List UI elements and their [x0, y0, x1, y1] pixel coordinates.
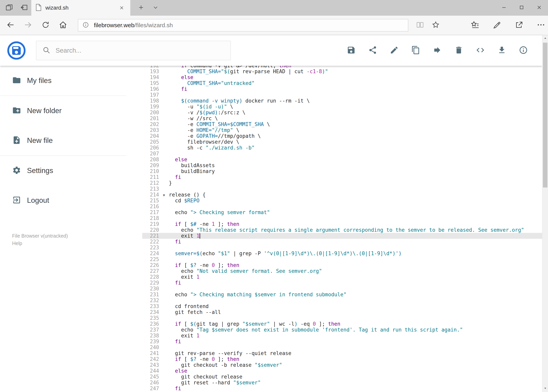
- source-code-button[interactable]: [476, 46, 485, 55]
- reading-view-button[interactable]: [413, 18, 427, 32]
- code-line[interactable]: 206 sh -c "./wizard.sh -b": [126, 145, 542, 151]
- refresh-button[interactable]: [39, 18, 53, 32]
- sidebar-item-settings[interactable]: Settings: [0, 156, 126, 186]
- code-line[interactable]: 217 echo "> Checking semver format": [126, 210, 542, 215]
- add-favorite-button[interactable]: [429, 18, 443, 32]
- sidebar-item-logout[interactable]: Logout: [0, 186, 126, 215]
- code-line[interactable]: 212}: [126, 180, 542, 186]
- address-bar[interactable]: filebrowser.web/files/wizard.sh: [78, 19, 408, 32]
- code-line[interactable]: 195 COMMIT_SHA="untracked": [126, 80, 542, 86]
- code-line[interactable]: 228 exit 1: [126, 274, 542, 280]
- rename-button[interactable]: [389, 46, 399, 55]
- code-line[interactable]: 221 exit 1: [126, 233, 542, 239]
- back-button[interactable]: [4, 18, 18, 32]
- home-button[interactable]: [56, 18, 70, 32]
- move-button[interactable]: [433, 46, 442, 55]
- code-line[interactable]: 194 else: [126, 74, 542, 80]
- code-line[interactable]: 232: [126, 297, 542, 303]
- code-line[interactable]: 225: [126, 256, 542, 262]
- code-line[interactable]: 216: [126, 203, 542, 210]
- window-close-button[interactable]: [530, 0, 548, 16]
- code-line[interactable]: 220 echo "This release script requires a…: [126, 227, 542, 233]
- filebrowser-logo[interactable]: [7, 41, 26, 60]
- scrollbar-up-button[interactable]: [542, 35, 548, 42]
- window-minimize-button[interactable]: [495, 0, 513, 16]
- code-line[interactable]: 197: [126, 92, 542, 98]
- code-line[interactable]: 224 semver=$(echo "$1" | grep -P '^v(0|[…: [126, 251, 542, 256]
- code-line[interactable]: 210 buildBinary: [126, 168, 542, 174]
- code-line[interactable]: 213: [126, 186, 542, 192]
- forward-button[interactable]: [21, 18, 35, 32]
- code-line[interactable]: 226 if [ $? -ne 0 ]; then: [126, 262, 542, 268]
- scrollbar-thumb[interactable]: [543, 43, 548, 188]
- code-line[interactable]: 222 fi: [126, 239, 542, 245]
- code-line[interactable]: 234 git fetch --all: [126, 309, 542, 315]
- code-line[interactable]: 247 fi: [126, 385, 542, 392]
- search-input[interactable]: [55, 47, 216, 54]
- sidebar-item-new-folder[interactable]: New folder: [0, 96, 126, 126]
- tab-close-button[interactable]: [117, 4, 126, 12]
- code-line[interactable]: 245 git checkout release: [126, 374, 542, 380]
- new-tab-button[interactable]: [134, 0, 148, 16]
- code-line[interactable]: 214▾release () {: [126, 192, 542, 198]
- code-line[interactable]: 223: [126, 245, 542, 251]
- code-line[interactable]: 236 if [ $(git tag | grep "$semver" | wc…: [126, 321, 542, 327]
- code-line[interactable]: 215 cd $REPO: [126, 198, 542, 203]
- scrollbar-down-button[interactable]: [542, 385, 548, 392]
- help-link[interactable]: Help: [12, 239, 68, 247]
- save-button[interactable]: [347, 46, 356, 55]
- code-line[interactable]: 233 cd frontend: [126, 303, 542, 309]
- code-line[interactable]: 230: [126, 286, 542, 292]
- code-line[interactable]: 239 fi: [126, 339, 542, 344]
- window-maximize-button[interactable]: [513, 0, 530, 16]
- code-line[interactable]: 243 git checkout -b release "$semver": [126, 362, 542, 368]
- web-note-button[interactable]: [490, 18, 504, 32]
- code-line[interactable]: 240: [126, 344, 542, 350]
- code-line[interactable]: 246 git reset --hard "$semver": [126, 380, 542, 385]
- code-line[interactable]: 244 else: [126, 368, 542, 374]
- code-line[interactable]: 202 -e COMMIT_SHA=$COMMIT_SHA \: [126, 121, 542, 127]
- code-line[interactable]: 200 -v /$(pwd):/src:z \: [126, 110, 542, 115]
- copy-button[interactable]: [411, 46, 420, 55]
- set-tabs-aside-button[interactable]: [2, 0, 16, 16]
- code-line[interactable]: 235: [126, 315, 542, 321]
- code-line[interactable]: 231 echo "> Checking matching $semver in…: [126, 292, 542, 297]
- code-editor[interactable]: 192 if command -v git &> /dev/null; then…: [126, 66, 542, 392]
- sidebar-item-my-files[interactable]: My files: [0, 66, 126, 96]
- code-line[interactable]: 238 exit 1: [126, 333, 542, 339]
- code-line[interactable]: 193 COMMIT_SHA="$(git rev-parse HEAD | c…: [126, 69, 542, 74]
- code-line[interactable]: 209 buildAssets: [126, 162, 542, 168]
- code-line[interactable]: 198 $(command -v winpty) docker run --rm…: [126, 98, 542, 104]
- share-button[interactable]: [512, 18, 526, 32]
- browser-tab-wizard-sh[interactable]: wizard.sh: [31, 0, 130, 16]
- code-line[interactable]: 201 -w //src \: [126, 115, 542, 121]
- code-line[interactable]: 192 if command -v git &> /dev/null; then: [126, 66, 542, 69]
- hub-favorites-button[interactable]: [468, 18, 482, 32]
- code-line[interactable]: 218: [126, 215, 542, 221]
- code-line[interactable]: 204 -e GOPATH=//tmp/gopath \: [126, 133, 542, 139]
- code-line[interactable]: 237 echo "Tag $semver does not exist in …: [126, 327, 542, 333]
- code-line[interactable]: 227 echo "Not valid semver format. See s…: [126, 268, 542, 274]
- code-line[interactable]: 211 fi: [126, 174, 542, 180]
- settings-more-button[interactable]: [534, 18, 548, 32]
- code-line[interactable]: 196 fi: [126, 86, 542, 92]
- code-line[interactable]: 229 fi: [126, 280, 542, 286]
- page-scrollbar[interactable]: [542, 35, 548, 392]
- delete-button[interactable]: [454, 46, 464, 55]
- site-info-icon[interactable]: [82, 21, 89, 29]
- code-line[interactable]: 203 -e HOME="//tmp" \: [126, 127, 542, 133]
- code-line[interactable]: 219 if [ $# -ne 1 ]; then: [126, 221, 542, 227]
- code-line[interactable]: 199 -u "$(id -u)" \: [126, 104, 542, 110]
- sidebar-item-new-file[interactable]: New file: [0, 126, 126, 155]
- tabs-preview-button[interactable]: [17, 0, 31, 16]
- code-line[interactable]: 241 git rev-parse --verify --quiet relea…: [126, 350, 542, 356]
- tab-list-chevron-button[interactable]: [149, 0, 162, 16]
- code-line[interactable]: 242 if [ $? -ne 0 ]; then: [126, 356, 542, 362]
- code-line[interactable]: 208 else: [126, 157, 542, 162]
- fold-arrow-icon[interactable]: ▾: [159, 192, 169, 198]
- share-file-button[interactable]: [368, 46, 377, 55]
- file-info-button[interactable]: [519, 46, 528, 55]
- download-button[interactable]: [497, 46, 506, 55]
- code-line[interactable]: 207: [126, 151, 542, 157]
- code-line[interactable]: 205 filebrowser/dev \: [126, 139, 542, 145]
